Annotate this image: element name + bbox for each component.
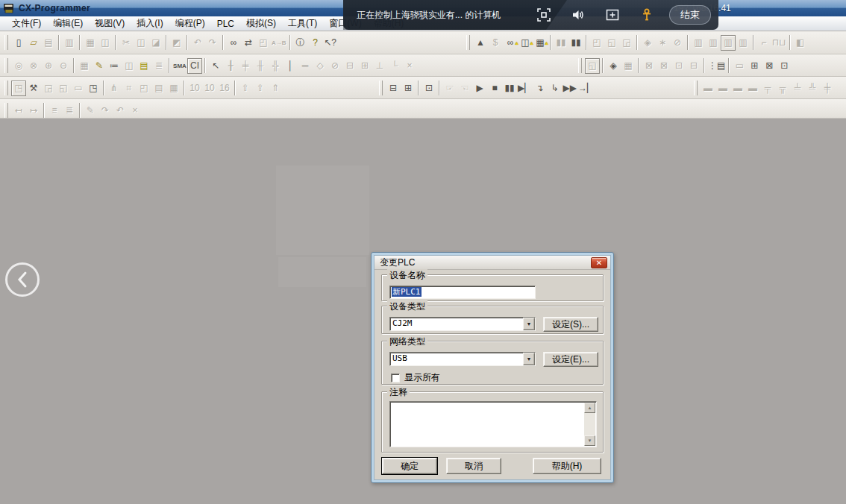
- or-contact-nc-icon[interactable]: ╬: [268, 58, 283, 74]
- indent-left-icon[interactable]: ↤: [11, 103, 26, 119]
- coil-nc-icon[interactable]: ⊘: [328, 58, 342, 74]
- pin-icon[interactable]: [639, 7, 655, 23]
- decimal-monitor-icon[interactable]: 10: [187, 81, 202, 96]
- connect-line-icon[interactable]: └: [387, 58, 402, 74]
- sim-continuous-run-icon[interactable]: ▶▶: [562, 81, 577, 96]
- program-check-icon[interactable]: ◲: [41, 81, 56, 96]
- print-icon[interactable]: ▦: [83, 35, 98, 51]
- window-plain-icon[interactable]: ▭: [71, 81, 86, 96]
- watch-window-icon[interactable]: ◰: [137, 81, 151, 96]
- vertical-line-icon[interactable]: │: [283, 58, 298, 74]
- paste-icon[interactable]: ◪: [148, 35, 163, 51]
- close-icon[interactable]: ✕: [591, 257, 607, 268]
- zoom-x-icon[interactable]: ⊗: [26, 58, 41, 74]
- coil-icon[interactable]: ◇: [313, 58, 328, 74]
- menu-item-program[interactable]: 编程(P): [169, 16, 211, 31]
- help-button[interactable]: 帮助(H): [533, 458, 601, 474]
- time-chart-icon[interactable]: ⊓⊔: [771, 35, 787, 51]
- timing-2-icon[interactable]: ╦: [775, 81, 790, 96]
- or-contact-icon[interactable]: ╫: [253, 58, 268, 74]
- select-mode-icon[interactable]: ↖: [208, 58, 223, 74]
- io-table-icon[interactable]: ▦: [166, 81, 181, 96]
- contact-nc-icon[interactable]: ╪: [238, 58, 253, 74]
- io-rack-3-icon[interactable]: ▥: [721, 35, 736, 51]
- window-z-icon[interactable]: ⊞: [747, 58, 762, 74]
- timing-1-icon[interactable]: ╤: [760, 81, 775, 96]
- ok-button[interactable]: 确定: [382, 458, 437, 474]
- copy-icon[interactable]: ◫: [134, 35, 148, 51]
- force-on-icon[interactable]: ◈: [640, 35, 655, 51]
- sim-pause-icon[interactable]: ▮▮: [502, 81, 517, 96]
- horizontal-line-icon[interactable]: ─: [298, 58, 313, 74]
- marker-delete-icon[interactable]: ×: [128, 103, 142, 119]
- network-monitor-icon[interactable]: ▦: [533, 35, 548, 51]
- monitor-data-icon[interactable]: ▤: [137, 58, 151, 74]
- simulator-online-icon[interactable]: ⊟: [386, 81, 401, 96]
- float-window-icon[interactable]: ◱: [585, 58, 600, 74]
- menu-item-simulation[interactable]: 模拟(S): [240, 16, 282, 31]
- work-online-icon[interactable]: $: [488, 35, 503, 51]
- find-replace-icon[interactable]: A→B: [271, 35, 287, 51]
- network-type-combobox[interactable]: USB ▼: [389, 352, 536, 366]
- transfer-to-plc-icon[interactable]: ◰: [589, 35, 604, 51]
- chevron-down-icon[interactable]: ▼: [523, 353, 535, 365]
- force-cancel-icon[interactable]: ⊘: [670, 35, 685, 51]
- device-type-settings-button[interactable]: 设定(S)...: [543, 317, 598, 332]
- zoom-out-icon[interactable]: ⊖: [56, 58, 71, 74]
- menu-item-tools[interactable]: 工具(T): [282, 16, 323, 31]
- memory-4-icon[interactable]: ▬: [745, 81, 760, 96]
- fullscreen-icon[interactable]: [536, 7, 552, 23]
- menu-item-view[interactable]: 视图(V): [89, 16, 131, 31]
- window-search-icon[interactable]: ◰: [256, 35, 271, 51]
- scroll-up-icon[interactable]: ▲: [584, 403, 595, 413]
- memory-2-icon[interactable]: ▬: [715, 81, 730, 96]
- cut-icon[interactable]: ✂: [119, 35, 134, 51]
- sim-step-over-icon[interactable]: ↳: [547, 81, 562, 96]
- build-icon[interactable]: ⚒: [26, 81, 41, 96]
- cancel-button[interactable]: 取消: [446, 458, 501, 474]
- force-set-icon[interactable]: ⇧: [238, 81, 253, 96]
- force-reset-icon[interactable]: ⇪: [253, 81, 268, 96]
- device-name-input[interactable]: 新PLC1: [389, 286, 536, 299]
- menu-item-edit[interactable]: 编辑(E): [47, 16, 89, 31]
- io-rack-4-icon[interactable]: ▥: [736, 35, 751, 51]
- memory-1-icon[interactable]: ▬: [701, 81, 715, 96]
- timing-4-icon[interactable]: ╩: [805, 81, 820, 96]
- schedule-icon[interactable]: ▦: [621, 58, 636, 74]
- window-edit-icon[interactable]: ◳: [86, 81, 101, 96]
- sim-run-icon[interactable]: ▶: [472, 81, 487, 96]
- scroll-down-icon[interactable]: ▼: [584, 435, 595, 446]
- chevron-down-icon[interactable]: ▼: [523, 318, 535, 330]
- redo-icon[interactable]: ↷: [205, 35, 220, 51]
- output-window-icon[interactable]: ▤: [151, 81, 166, 96]
- timing-5-icon[interactable]: ╪: [820, 81, 835, 96]
- find-icon[interactable]: ∞: [226, 35, 241, 51]
- protect-set-icon[interactable]: ⊠: [642, 58, 657, 74]
- simulator-window-icon[interactable]: ⊡: [422, 81, 436, 96]
- ci-window-icon[interactable]: CI: [187, 58, 202, 74]
- show-all-checkbox[interactable]: [391, 374, 400, 382]
- sim-scan-run-icon[interactable]: →▏: [577, 81, 595, 96]
- comment-textarea[interactable]: ▲ ▼: [389, 401, 597, 447]
- breakpoint-icon[interactable]: ☞: [442, 81, 457, 96]
- compile-icon[interactable]: ▥: [62, 35, 77, 51]
- window-x-icon[interactable]: ⊠: [762, 58, 777, 74]
- clamp-edge-icon[interactable]: ◧: [793, 35, 808, 51]
- clipboard-icon[interactable]: ◩: [169, 35, 184, 51]
- timing-3-icon[interactable]: ╧: [790, 81, 805, 96]
- menu-item-insert[interactable]: 插入(I): [131, 16, 169, 31]
- sim-stop-icon[interactable]: ■: [487, 81, 502, 96]
- differentiate-up-icon[interactable]: ⇑: [268, 81, 283, 96]
- filter-triangle-icon[interactable]: ▲: [473, 35, 488, 51]
- device-type-combobox[interactable]: CJ2M ▼: [389, 317, 536, 331]
- zoom-icon[interactable]: ◎: [11, 58, 26, 74]
- monitor-find-icon[interactable]: ∞: [503, 35, 518, 51]
- io-rack-2-icon[interactable]: ▥: [706, 35, 721, 51]
- protect-verify-icon[interactable]: ⊡: [671, 58, 686, 74]
- end-session-button[interactable]: 结束: [669, 5, 711, 25]
- address-reference-icon[interactable]: ⌗: [122, 81, 137, 96]
- online-edit-icon[interactable]: ◫: [518, 35, 533, 51]
- marker-undo-icon[interactable]: ↶: [113, 103, 128, 119]
- edit-marker-icon[interactable]: ✎: [83, 103, 98, 119]
- dialog-titlebar[interactable]: 变更PLC ✕: [375, 256, 610, 270]
